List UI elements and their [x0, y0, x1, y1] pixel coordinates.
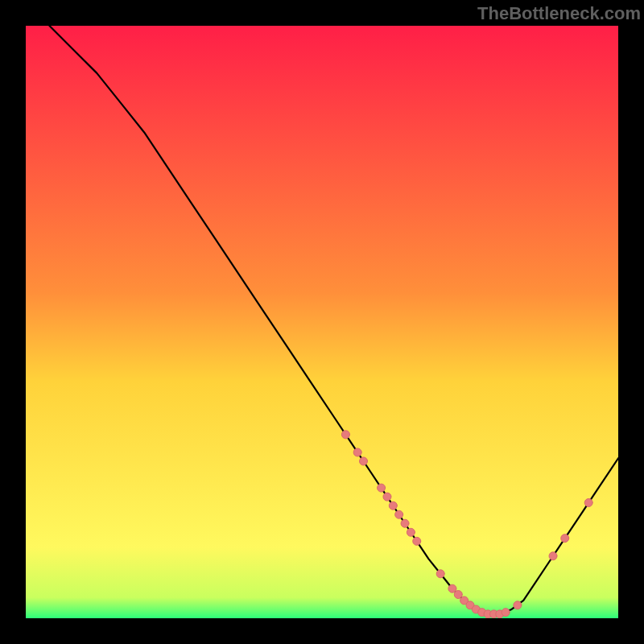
watermark-text: TheBottleneck.com [477, 3, 641, 24]
bottleneck-chart [26, 26, 618, 618]
